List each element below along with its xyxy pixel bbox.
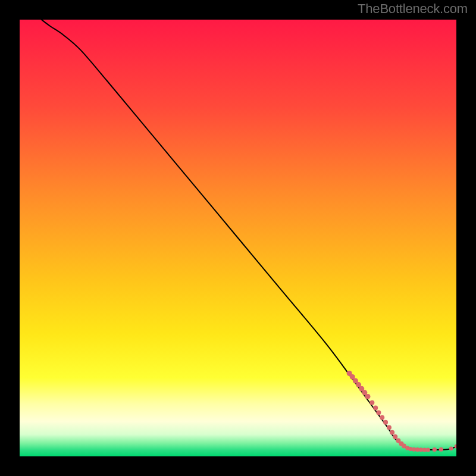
watermark-text: TheBottleneck.com — [358, 1, 468, 17]
data-point — [373, 406, 378, 411]
data-point — [369, 400, 374, 405]
plot-area — [20, 20, 456, 456]
data-point — [387, 425, 392, 430]
data-point — [376, 411, 381, 415]
data-point — [449, 446, 453, 450]
data-point — [439, 447, 443, 452]
data-point — [426, 447, 430, 452]
chart-svg — [20, 20, 456, 456]
data-point — [393, 434, 397, 439]
data-point — [380, 415, 384, 420]
frame: TheBottleneck.com — [0, 0, 476, 476]
data-point — [383, 420, 388, 425]
data-point — [390, 430, 394, 435]
data-point — [433, 447, 437, 452]
data-point — [365, 394, 371, 399]
